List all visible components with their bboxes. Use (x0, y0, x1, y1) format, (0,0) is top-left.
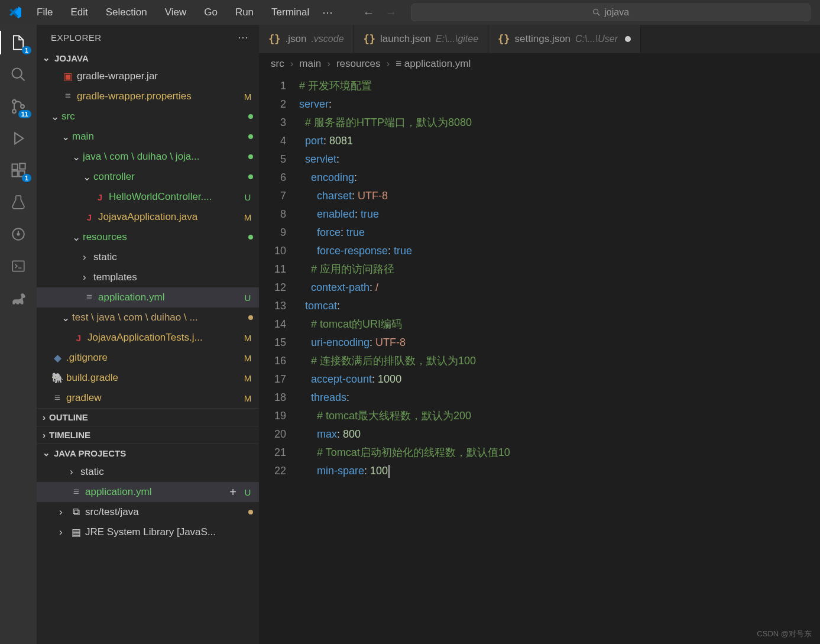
tree-item[interactable]: JHelloWorldController....U (37, 187, 259, 207)
tree-item[interactable]: 🐘build.gradleM (37, 368, 259, 388)
menu-file[interactable]: File (30, 4, 60, 21)
code-content[interactable]: # 开发环境配置server: # 服务器的HTTP端口，默认为8080 por… (299, 77, 820, 644)
tree-item[interactable]: ›static (37, 247, 259, 267)
scm-badge: 11 (18, 110, 31, 118)
outline-section[interactable]: ›OUTLINE (37, 408, 259, 426)
menu-edit[interactable]: Edit (63, 4, 95, 21)
breadcrumb-item[interactable]: resources (336, 58, 381, 70)
breadcrumb[interactable]: src›main›resources›≡ application.yml (259, 53, 820, 75)
svg-point-2 (12, 69, 22, 78)
activity-terminal-icon[interactable] (9, 257, 28, 276)
breadcrumb-item[interactable]: main (299, 58, 321, 70)
jp-item[interactable]: ›static (37, 462, 259, 482)
svg-line-1 (598, 14, 600, 16)
editor-tab[interactable]: {}launch.jsonE:\...\gitee (354, 25, 489, 53)
menu-bar: FileEditSelectionViewGoRunTerminal (30, 4, 316, 21)
activity-debug-icon[interactable] (9, 129, 28, 148)
tree-item[interactable]: ⌄resources (37, 227, 259, 247)
svg-point-6 (21, 105, 24, 108)
jp-item[interactable]: ›⧉src/test/java (37, 502, 259, 522)
svg-rect-15 (12, 261, 24, 271)
menu-view[interactable]: View (158, 4, 194, 21)
project-name: JOJAVA (54, 53, 89, 63)
svg-line-3 (21, 77, 25, 81)
breadcrumb-item[interactable]: ≡ application.yml (396, 58, 471, 70)
activity-gradle-icon[interactable] (9, 289, 28, 308)
tree-item[interactable]: ›templates (37, 267, 259, 287)
title-bar: FileEditSelectionViewGoRunTerminal ⋯ ← →… (0, 0, 820, 25)
activity-search-icon[interactable] (9, 65, 28, 84)
activity-scm-icon[interactable]: 11 (9, 97, 28, 116)
line-gutter: 12345678910111213141516171819202122 (259, 77, 299, 644)
explorer-sidebar: EXPLORER ⋯ ⌄JOJAVA ▣gradle-wrapper.jar≡g… (37, 25, 259, 644)
tree-item[interactable]: ⌄java \ com \ duihao \ joja... (37, 147, 259, 167)
search-input[interactable]: jojava (411, 4, 811, 21)
tree-item[interactable]: ≡gradle-wrapper.propertiesM (37, 86, 259, 106)
editor-tab[interactable]: {}settings.jsonC:\...\User (488, 25, 641, 53)
menu-selection[interactable]: Selection (99, 4, 154, 21)
activity-extensions-icon[interactable]: 1 (9, 161, 28, 180)
svg-rect-9 (12, 171, 18, 176)
search-icon (592, 8, 601, 17)
tree-item[interactable]: ⌄controller (37, 167, 259, 187)
menu-go[interactable]: Go (197, 4, 225, 21)
jp-item[interactable]: ≡application.yml+U (37, 482, 259, 502)
explorer-badge: 1 (22, 46, 31, 54)
svg-point-4 (12, 100, 16, 103)
tree-item[interactable]: ⌄src (37, 106, 259, 127)
svg-point-0 (594, 9, 598, 14)
jp-item[interactable]: ›▤JRE System Library [JavaS... (37, 522, 259, 542)
editor-area: {}.json.vscode{}launch.jsonE:\...\gitee{… (259, 25, 820, 644)
nav-forward-icon[interactable]: → (385, 6, 397, 20)
code-editor[interactable]: 12345678910111213141516171819202122 # 开发… (259, 75, 820, 644)
tree-item[interactable]: ⌄main (37, 127, 259, 147)
explorer-more-icon[interactable]: ⋯ (238, 31, 248, 44)
svg-marker-7 (15, 133, 23, 144)
java-projects-section[interactable]: ⌄JAVA PROJECTS (37, 444, 259, 462)
timeline-section[interactable]: ›TIMELINE (37, 426, 259, 444)
svg-point-14 (17, 233, 19, 235)
editor-tab[interactable]: {}.json.vscode (259, 25, 354, 53)
tab-bar: {}.json.vscode{}launch.jsonE:\...\gitee{… (259, 25, 820, 53)
breadcrumb-item[interactable]: src (271, 58, 284, 70)
menu-terminal[interactable]: Terminal (264, 4, 316, 21)
menu-overflow-icon[interactable]: ⋯ (316, 4, 339, 21)
tree-item[interactable]: ≡application.ymlU (37, 287, 259, 308)
explorer-title: EXPLORER (51, 33, 102, 43)
tree-item[interactable]: ◆.gitignoreM (37, 348, 259, 368)
activity-testing-icon[interactable] (9, 193, 28, 212)
menu-run[interactable]: Run (228, 4, 261, 21)
project-header[interactable]: ⌄JOJAVA (37, 50, 259, 66)
activity-spring-icon[interactable] (9, 225, 28, 244)
tree-item[interactable]: ▣gradle-wrapper.jar (37, 66, 259, 86)
tree-item[interactable]: ≡gradlewM (37, 388, 259, 408)
tree-item[interactable]: JJojavaApplication.javaM (37, 207, 259, 227)
ext-badge: 1 (22, 174, 31, 182)
svg-point-5 (12, 109, 16, 113)
nav-arrows: ← → (362, 6, 397, 20)
tree-item[interactable]: JJojavaApplicationTests.j...M (37, 328, 259, 348)
svg-rect-8 (12, 164, 18, 170)
vscode-icon (5, 5, 26, 20)
svg-rect-11 (20, 163, 25, 169)
activity-explorer-icon[interactable]: 1 (9, 33, 28, 52)
search-text: jojava (604, 7, 629, 18)
nav-back-icon[interactable]: ← (362, 6, 374, 20)
tree-item[interactable]: ⌄test \ java \ com \ duihao \ ... (37, 308, 259, 328)
activity-bar: 1 11 1 (0, 25, 37, 644)
watermark: CSDN @对号东 (757, 629, 812, 639)
